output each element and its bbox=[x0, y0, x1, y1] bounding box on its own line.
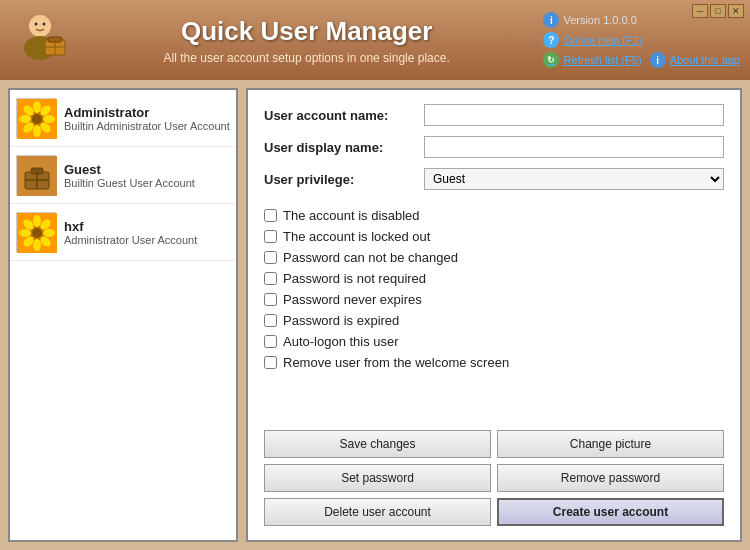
minimize-button[interactable]: ─ bbox=[692, 4, 708, 18]
user-item-hxf[interactable]: hxf Administrator User Account bbox=[10, 204, 236, 261]
user-info-guest: Guest Builtin Guest User Account bbox=[64, 162, 195, 189]
refresh-list-link[interactable]: ↻ Refresh list (F5) bbox=[543, 52, 641, 68]
app-logo bbox=[10, 10, 70, 70]
user-info-hxf: hxf Administrator User Account bbox=[64, 219, 197, 246]
svg-point-0 bbox=[29, 15, 51, 37]
svg-point-33 bbox=[19, 229, 31, 237]
remove-password-button[interactable]: Remove password bbox=[497, 464, 724, 492]
checkbox-account-locked[interactable]: The account is locked out bbox=[264, 229, 724, 244]
user-item-administrator[interactable]: Administrator Builtin Administrator User… bbox=[10, 90, 236, 147]
checkbox-pwd-expired-input[interactable] bbox=[264, 314, 277, 327]
svg-point-10 bbox=[32, 114, 42, 124]
checkbox-password-never-expires[interactable]: Password never expires bbox=[264, 292, 724, 307]
maximize-button[interactable]: □ bbox=[710, 4, 726, 18]
checkbox-locked-input[interactable] bbox=[264, 230, 277, 243]
about-app-link[interactable]: i About this app bbox=[650, 52, 740, 68]
header-links: i Version 1.0.0.0 ? Online help (F1) ↻ R… bbox=[543, 12, 740, 68]
set-password-button[interactable]: Set password bbox=[264, 464, 491, 492]
delete-user-button[interactable]: Delete user account bbox=[264, 498, 491, 526]
checkbox-account-disabled[interactable]: The account is disabled bbox=[264, 208, 724, 223]
checkbox-disabled-input[interactable] bbox=[264, 209, 277, 222]
checkbox-pwd-notreq-input[interactable] bbox=[264, 272, 277, 285]
version-info: i Version 1.0.0.0 bbox=[543, 12, 636, 28]
action-buttons: Save changes Change picture Set password… bbox=[264, 430, 724, 526]
svg-point-2 bbox=[35, 23, 38, 26]
refresh-icon: ↻ bbox=[543, 52, 559, 68]
app-subtitle: All the user account setup options in on… bbox=[70, 51, 543, 65]
svg-point-11 bbox=[33, 101, 41, 113]
display-name-row: User display name: bbox=[264, 136, 724, 158]
avatar-administrator bbox=[16, 98, 56, 138]
info-icon: i bbox=[543, 12, 559, 28]
display-name-label: User display name: bbox=[264, 140, 424, 155]
about-icon: i bbox=[650, 52, 666, 68]
title-bar-center: Quick User Manager All the user account … bbox=[70, 16, 543, 65]
account-name-row: User account name: bbox=[264, 104, 724, 126]
svg-point-27 bbox=[33, 215, 41, 227]
checkboxes-section: The account is disabled The account is l… bbox=[264, 208, 724, 418]
window-controls: ─ □ ✕ bbox=[692, 4, 744, 18]
main-content: Administrator Builtin Administrator User… bbox=[0, 80, 750, 550]
privilege-select[interactable]: Guest Administrator Standard bbox=[424, 168, 724, 190]
checkbox-password-not-required[interactable]: Password is not required bbox=[264, 271, 724, 286]
checkbox-remove-welcome-input[interactable] bbox=[264, 356, 277, 369]
avatar-hxf bbox=[16, 212, 56, 252]
avatar-guest bbox=[16, 155, 56, 195]
account-name-label: User account name: bbox=[264, 108, 424, 123]
user-name-hxf: hxf bbox=[64, 219, 197, 234]
privilege-label: User privilege: bbox=[264, 172, 424, 187]
title-bar: Quick User Manager All the user account … bbox=[0, 0, 750, 80]
svg-point-17 bbox=[19, 115, 31, 123]
create-user-button[interactable]: Create user account bbox=[497, 498, 724, 526]
user-name-guest: Guest bbox=[64, 162, 195, 177]
checkbox-autologon-input[interactable] bbox=[264, 335, 277, 348]
checkbox-auto-logon[interactable]: Auto-logon this user bbox=[264, 334, 724, 349]
user-list-panel: Administrator Builtin Administrator User… bbox=[8, 88, 238, 542]
user-name-administrator: Administrator bbox=[64, 105, 230, 120]
account-name-input[interactable] bbox=[424, 104, 724, 126]
svg-point-31 bbox=[33, 239, 41, 251]
display-name-input[interactable] bbox=[424, 136, 724, 158]
help-icon: ? bbox=[543, 32, 559, 48]
change-picture-button[interactable]: Change picture bbox=[497, 430, 724, 458]
save-changes-button[interactable]: Save changes bbox=[264, 430, 491, 458]
svg-point-29 bbox=[43, 229, 55, 237]
user-info-administrator: Administrator Builtin Administrator User… bbox=[64, 105, 230, 132]
checkbox-pwd-noexpire-input[interactable] bbox=[264, 293, 277, 306]
app-title: Quick User Manager bbox=[70, 16, 543, 47]
user-item-guest[interactable]: Guest Builtin Guest User Account bbox=[10, 147, 236, 204]
svg-point-3 bbox=[43, 23, 46, 26]
svg-point-15 bbox=[33, 125, 41, 137]
close-button[interactable]: ✕ bbox=[728, 4, 744, 18]
checkbox-password-cannot-change[interactable]: Password can not be changed bbox=[264, 250, 724, 265]
svg-point-26 bbox=[32, 228, 42, 238]
edit-form-panel: User account name: User display name: Us… bbox=[246, 88, 742, 542]
checkbox-pwd-nochange-input[interactable] bbox=[264, 251, 277, 264]
checkbox-password-expired[interactable]: Password is expired bbox=[264, 313, 724, 328]
online-help-link[interactable]: ? Online help (F1) bbox=[543, 32, 642, 48]
svg-point-13 bbox=[43, 115, 55, 123]
user-desc-guest: Builtin Guest User Account bbox=[64, 177, 195, 189]
checkbox-remove-welcome[interactable]: Remove user from the welcome screen bbox=[264, 355, 724, 370]
user-desc-administrator: Builtin Administrator User Account bbox=[64, 120, 230, 132]
user-desc-hxf: Administrator User Account bbox=[64, 234, 197, 246]
privilege-row: User privilege: Guest Administrator Stan… bbox=[264, 168, 724, 190]
